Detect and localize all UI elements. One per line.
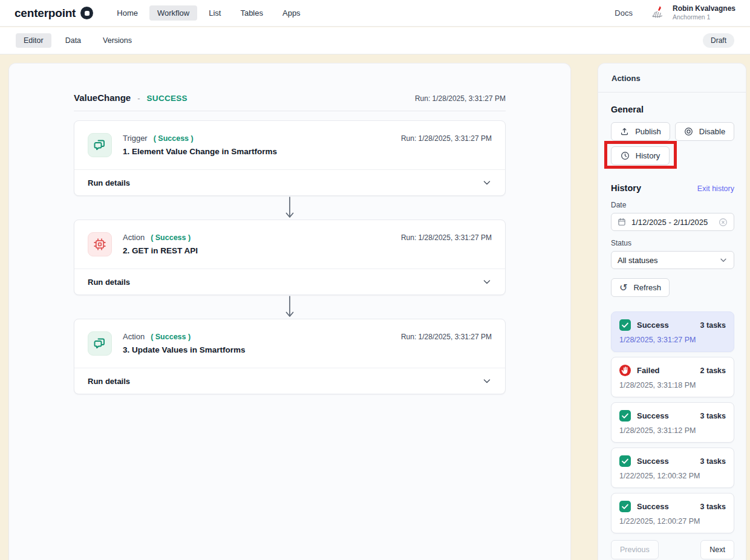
tab-versions[interactable]: Versions [95,33,140,48]
user-menu[interactable]: Robin Kvalvagnes Anchormen 1 [648,4,735,22]
date-range-input[interactable]: 1/12/2025 - 2/11/2025 [611,213,734,231]
calendar-icon [618,218,626,226]
workflow-step-card: Action ( Success ) 3. Update Values in S… [74,319,506,394]
nav-item-list[interactable]: List [201,5,229,21]
step-name: 2. GET in REST API [123,246,198,255]
chip-icon [88,232,112,256]
history-label: History [636,151,660,160]
chevron-down-icon [482,277,492,287]
run-date: 1/28/2025, 3:31:12 PM [619,426,726,435]
step-name: 3. Update Values in Smartforms [123,345,246,354]
next-page-button[interactable]: Next [700,540,734,559]
run-status: Success [637,321,669,330]
publish-icon [620,127,629,136]
draft-status-badge: Draft [703,33,734,48]
disable-icon [684,127,693,136]
disable-label: Disable [699,127,725,136]
chevron-down-icon [482,178,492,187]
refresh-icon: ↺ [619,283,627,293]
publish-button[interactable]: Publish [611,122,670,141]
user-name: Robin Kvalvagnes [673,4,735,13]
run-date: 1/22/2025, 12:00:32 PM [619,472,726,480]
run-date: 1/28/2025, 3:31:27 PM [619,336,726,344]
user-org: Anchormen 1 [673,13,735,21]
history-run-item[interactable]: Success 3 tasks 1/22/2025, 12:00:27 PM [611,493,734,533]
actions-panel-title: Actions [598,63,746,93]
history-heading: History [611,183,641,193]
step-1-run-details-toggle[interactable]: Run details [74,169,505,195]
run-status: Success [637,502,669,511]
previous-page-button[interactable]: Previous [611,540,659,559]
general-heading: General [611,105,734,114]
connector-arrow-icon [74,295,506,319]
chat-bubbles-icon [88,133,112,157]
history-run-item[interactable]: Failed 2 tasks 1/28/2025, 3:31:18 PM [611,357,734,397]
refresh-label: Refresh [633,283,661,292]
failed-hand-icon [619,365,631,376]
step-run-timestamp: Run: 1/28/2025, 3:31:27 PM [401,232,492,242]
refresh-button[interactable]: ↺ Refresh [611,278,670,297]
publish-label: Publish [635,127,661,136]
step-2-run-details-toggle[interactable]: Run details [74,269,505,295]
run-status: Success [637,457,669,466]
status-select[interactable]: All statuses [611,251,734,269]
success-check-icon [619,501,631,512]
success-check-icon [619,455,631,467]
history-run-item[interactable]: Success 3 tasks 1/28/2025, 3:31:12 PM [611,402,734,443]
step-status: ( Success ) [151,233,191,242]
header-divider [74,111,506,111]
run-status: Failed [637,366,660,375]
run-task-count: 3 tasks [700,321,726,330]
clock-icon [621,151,630,160]
step-type: Trigger [123,134,148,143]
docs-link[interactable]: Docs [615,8,633,18]
workflow-title-separator: - [137,94,140,103]
run-details-label: Run details [88,278,130,287]
history-run-list: Success 3 tasks 1/28/2025, 3:31:27 PM Fa… [611,311,734,533]
tab-editor[interactable]: Editor [16,33,51,48]
step-status: ( Success ) [151,333,191,341]
nav-item-home[interactable]: Home [109,5,146,21]
nav-item-tables[interactable]: Tables [232,5,271,21]
brand-logo[interactable]: centerpoint [15,7,93,20]
nav-item-workflow[interactable]: Workflow [149,5,197,21]
run-task-count: 2 tasks [700,366,726,375]
workflow-step-card: Action ( Success ) 2. GET in REST API Ru… [74,220,506,295]
history-run-item[interactable]: Success 3 tasks 1/28/2025, 3:31:27 PM [611,311,734,352]
run-date: 1/22/2025, 12:00:27 PM [619,517,726,526]
clear-date-icon[interactable] [719,218,728,227]
step-3-run-details-toggle[interactable]: Run details [74,368,505,394]
step-3-node[interactable]: Action ( Success ) 3. Update Values in S… [74,319,505,368]
step-type: Action [123,332,145,341]
success-check-icon [619,410,631,422]
exit-history-link[interactable]: Exit history [697,184,734,193]
history-run-item[interactable]: Success 3 tasks 1/22/2025, 12:00:32 PM [611,448,734,488]
avatar [648,4,667,22]
step-2-node[interactable]: Action ( Success ) 2. GET in REST API Ru… [74,220,505,269]
run-date: 1/28/2025, 3:31:18 PM [619,381,726,389]
run-details-label: Run details [88,377,130,386]
step-run-timestamp: Run: 1/28/2025, 3:31:27 PM [401,133,492,143]
run-task-count: 3 tasks [700,503,726,511]
nav-item-apps[interactable]: Apps [275,5,308,21]
chevron-down-icon [719,256,728,264]
tab-data[interactable]: Data [57,33,89,48]
date-field-label: Date [611,201,734,209]
run-task-count: 3 tasks [700,412,726,420]
run-details-label: Run details [88,178,130,187]
step-1-node[interactable]: Trigger ( Success ) 1. Element Value Cha… [74,121,505,169]
workflow-sub-bar: Editor Data Versions Draft [0,27,750,54]
run-status: Success [637,411,669,420]
status-field-label: Status [611,239,734,247]
success-check-icon [619,319,631,331]
workflow-run-timestamp: Run: 1/28/2025, 3:31:27 PM [415,94,506,103]
workflow-title: ValueChange [74,93,131,103]
workflow-status: SUCCESS [147,94,188,103]
connector-arrow-icon [74,196,506,220]
workflow-canvas: ValueChange - SUCCESS Run: 1/28/2025, 3:… [8,63,571,560]
disable-button[interactable]: Disable [675,122,734,141]
date-range-value: 1/12/2025 - 2/11/2025 [631,218,708,227]
history-button[interactable]: History [611,146,670,165]
step-run-timestamp: Run: 1/28/2025, 3:31:27 PM [401,331,492,341]
chat-bubbles-icon [88,331,112,356]
